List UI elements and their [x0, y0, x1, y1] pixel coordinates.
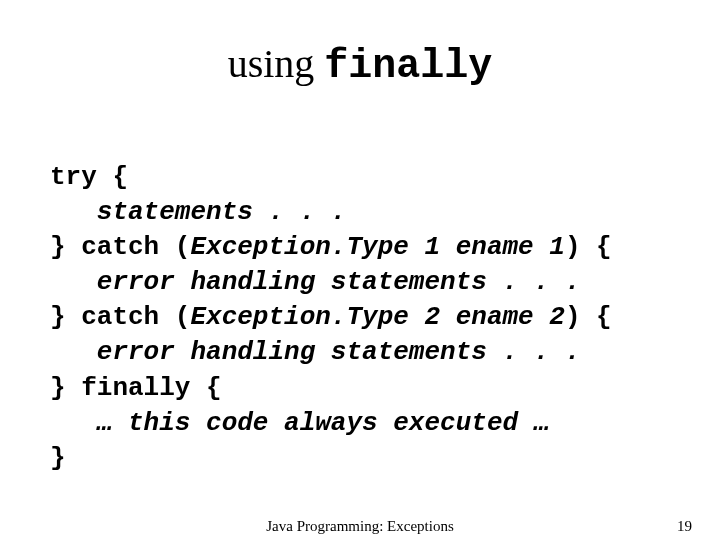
code-line-3a: } catch ( — [50, 232, 190, 262]
code-line-5b: Exception.Type 2 ename 2 — [190, 302, 564, 332]
code-line-4-text: error handling statements . . . — [97, 267, 581, 297]
code-line-2-indent — [50, 197, 97, 227]
code-line-2-text: statements . . . — [97, 197, 347, 227]
code-line-9: } — [50, 443, 66, 473]
footer-title: Java Programming: Exceptions — [0, 518, 720, 535]
code-line-5a: } catch ( — [50, 302, 190, 332]
slide: using finally try { statements . . . } c… — [0, 0, 720, 540]
code-line-5c: ) { — [565, 302, 612, 332]
title-word-finally: finally — [324, 44, 492, 89]
code-line-3c: ) { — [565, 232, 612, 262]
code-line-8-indent — [50, 408, 97, 438]
code-line-6-text: error handling statements . . . — [97, 337, 581, 367]
code-line-4-indent — [50, 267, 97, 297]
code-line-6-indent — [50, 337, 97, 367]
code-line-7: } finally { — [50, 373, 222, 403]
code-line-1: try { — [50, 162, 128, 192]
code-line-8-text: … this code always executed … — [97, 408, 549, 438]
slide-title: using finally — [0, 42, 720, 89]
code-block: try { statements . . . } catch (Exceptio… — [50, 160, 690, 476]
title-word-using: using — [228, 41, 325, 86]
code-line-3b: Exception.Type 1 ename 1 — [190, 232, 564, 262]
page-number: 19 — [677, 518, 692, 535]
